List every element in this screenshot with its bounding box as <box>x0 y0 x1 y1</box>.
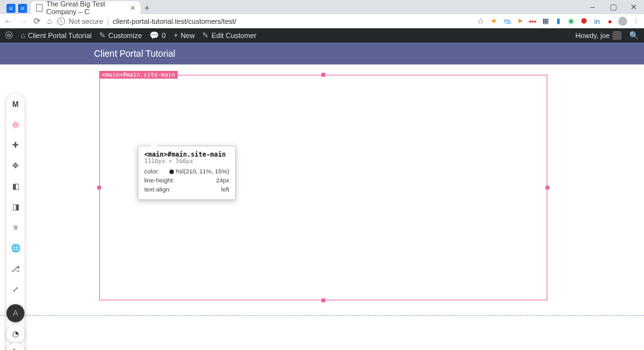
user-avatar-icon <box>612 31 621 40</box>
wp-admin-bar: ⓦ ⌂Client Portal Tutorial ✎Customize 💬0 … <box>0 28 644 43</box>
panel-right-tool-button[interactable]: ◨ <box>9 200 22 213</box>
browser-tab-active[interactable]: The Great Big Test Company – C ✕ <box>31 1 140 14</box>
tooltip-title: <main>#main.site-main <box>144 151 229 158</box>
color-picker-button[interactable]: ◔ <box>6 325 24 343</box>
avatar-initial: A <box>13 309 18 318</box>
tooltip-textalign-label: text-align: <box>144 185 171 194</box>
adblock-ext-icon[interactable]: ⬢ <box>580 17 589 26</box>
globe-tool-button[interactable]: 🌐 <box>9 242 22 255</box>
panel-left-tool-button[interactable]: ◧ <box>9 180 22 193</box>
window-maximize-button[interactable]: ▢ <box>603 0 623 14</box>
gdocs-icon[interactable]: ≡ <box>6 4 15 13</box>
inspector-tooltip: <main>#main.site-main 1110px × 560px col… <box>138 146 236 200</box>
wp-comments-count: 0 <box>162 32 166 39</box>
lastpass-ext-icon[interactable]: ••• <box>528 17 537 26</box>
tab-title: The Great Big Test Company – C <box>46 0 126 15</box>
forward-button[interactable]: → <box>19 16 27 26</box>
move-tool-button[interactable]: ✥ <box>9 159 22 172</box>
selection-handle-bottom[interactable] <box>321 298 325 302</box>
align-tool-button[interactable]: ≡ <box>9 221 22 234</box>
brush-icon: ✎ <box>99 31 106 40</box>
bag-ext-icon[interactable]: 🛍 <box>502 17 511 26</box>
rocket-ext-icon[interactable]: ➤ <box>515 17 524 26</box>
wp-customize-link[interactable]: ✎Customize <box>99 31 142 40</box>
selection-handle-top[interactable] <box>321 73 325 77</box>
site-info-icon[interactable]: i <box>57 17 65 25</box>
page-header: Client Portal Tutorial <box>0 43 644 64</box>
pencil-icon: ✎ <box>202 31 209 40</box>
wp-greeting: Howdy, joe <box>575 32 610 39</box>
wp-edit-link[interactable]: ✎Edit Customer <box>202 31 256 40</box>
url-input[interactable] <box>113 17 472 25</box>
tooltip-color-value: hsl(210, 11%, 15%) <box>176 168 229 175</box>
page-title: Client Portal Tutorial <box>94 48 175 59</box>
eyedropper-icon: ◔ <box>12 329 19 338</box>
page-favicon-icon <box>36 4 43 12</box>
back-button[interactable]: ← <box>4 16 12 26</box>
wp-customize-label: Customize <box>108 32 142 39</box>
wp-new-label: New <box>180 32 194 39</box>
selection-handle-right[interactable] <box>545 186 549 190</box>
window-close-button[interactable]: ✕ <box>623 0 644 14</box>
user-avatar-circle[interactable]: A <box>6 304 24 322</box>
linkedin-ext-icon[interactable]: in <box>592 17 601 26</box>
security-label: Not secure <box>69 17 103 25</box>
tooltip-lineheight-value: 24px <box>216 176 229 185</box>
pencil-icon: ✎ <box>12 347 19 350</box>
search-icon: 🔍 <box>629 31 639 40</box>
new-tab-button[interactable]: + <box>140 1 153 14</box>
home-button[interactable]: ⌂ <box>47 16 52 26</box>
gdocs-icon[interactable]: ≡ <box>18 4 27 13</box>
close-tab-icon[interactable]: ✕ <box>130 5 135 12</box>
reload-button[interactable]: ⟳ <box>33 16 41 26</box>
wp-site-link[interactable]: ⌂Client Portal Tutorial <box>21 31 91 40</box>
tooltip-dimensions: 1110px × 560px <box>144 158 229 164</box>
extensions-tray: ★ 🛍 ➤ ••• ▦ ▮ ◉ ⬢ in ● ⋮ <box>489 17 640 26</box>
plus-icon: + <box>173 31 178 40</box>
browser-toolbar: ← → ⟳ ⌂ i Not secure | ☆ ★ 🛍 ➤ ••• ▦ ▮ ◉… <box>0 14 644 28</box>
avatar-ext-icon[interactable] <box>618 17 627 26</box>
selection-handle-left[interactable] <box>97 186 101 190</box>
wp-site-name: Client Portal Tutorial <box>28 32 91 39</box>
target-tool-button[interactable]: ◎ <box>9 118 22 131</box>
tooltip-color-label: color: <box>144 167 159 176</box>
separator: | <box>107 17 109 25</box>
wp-user-menu[interactable]: Howdy, joe <box>575 31 621 40</box>
branch-tool-button[interactable]: ⎇ <box>9 262 22 275</box>
tooltip-textalign-value: left <box>221 185 229 194</box>
wp-comments-link[interactable]: 💬0 <box>149 31 166 40</box>
comment-icon: 💬 <box>149 31 159 40</box>
grid-ext-icon[interactable]: ▦ <box>541 17 550 26</box>
accessibility-tool-button[interactable]: ✚ <box>9 139 22 151</box>
browser-tab-strip: ≡ ≡ The Great Big Test Company – C ✕ + <box>0 0 644 14</box>
wp-new-link[interactable]: +New <box>173 31 194 40</box>
chrome-menu-icon[interactable]: ⋮ <box>631 17 640 26</box>
pinterest-ext-icon[interactable]: ● <box>605 17 614 26</box>
home-icon: ⌂ <box>21 31 25 40</box>
element-selector-label: <main>#main.site-main <box>99 71 178 79</box>
wp-edit-label: Edit Customer <box>211 32 256 39</box>
microthemer-logo-icon[interactable]: M <box>10 99 21 110</box>
section-boundary-line <box>0 315 644 316</box>
color-swatch-icon <box>169 170 174 174</box>
page-canvas: M ◎ ✚ ✥ ◧ ◨ ≡ 🌐 ⎇ ⤢ ⤡ тT ✎ 🔍 A ◔ ✎ <main… <box>0 64 644 350</box>
camera-ext-icon[interactable]: ◉ <box>567 17 576 26</box>
resize-tool-button[interactable]: ⤢ <box>9 283 22 296</box>
window-minimize-button[interactable]: – <box>582 0 603 14</box>
wand-ext-icon[interactable]: ★ <box>489 17 498 26</box>
tooltip-lineheight-label: line-height: <box>144 176 174 185</box>
bookmark-star-icon[interactable]: ☆ <box>477 17 484 26</box>
wp-search-button[interactable]: 🔍 <box>629 31 639 40</box>
wp-logo-button[interactable]: ⓦ <box>5 30 13 41</box>
blue-ext-icon[interactable]: ▮ <box>554 17 563 26</box>
wordpress-icon: ⓦ <box>5 30 13 41</box>
